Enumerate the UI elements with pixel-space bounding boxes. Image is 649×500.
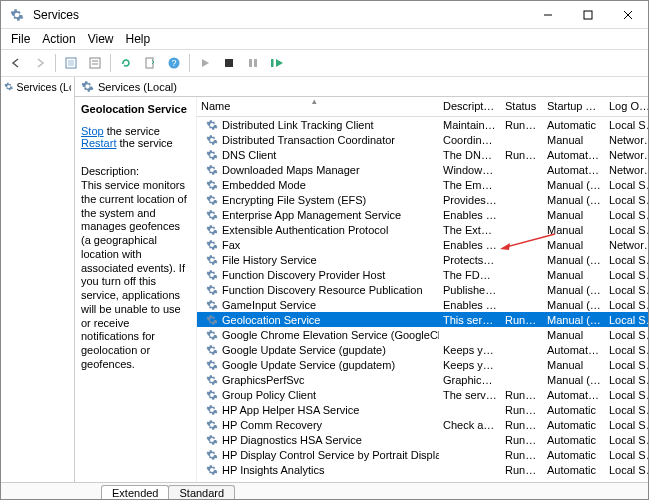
service-status: Running [501, 117, 543, 134]
list-header: Name Description Status Startup Type Log… [197, 97, 649, 117]
service-row[interactable]: HP Network HSA ServiceRunningAutomaticLo… [197, 477, 649, 479]
service-name: HP Network HSA Service [222, 479, 345, 480]
help-icon[interactable]: ? [163, 52, 185, 74]
window-title: Services [33, 8, 528, 22]
svg-rect-5 [68, 60, 74, 66]
service-status [501, 302, 543, 308]
col-desc[interactable]: Description [439, 97, 501, 116]
side-panel-desc: This service monitors the current locati… [81, 179, 190, 372]
service-startup: Automatic [543, 476, 605, 480]
service-desc [439, 467, 501, 473]
restart-icon[interactable] [266, 52, 288, 74]
export-icon[interactable] [139, 52, 161, 74]
service-status: Running [501, 146, 543, 164]
content: Services (Local) Services (Local) Geoloc… [1, 77, 648, 482]
svg-rect-12 [225, 59, 233, 67]
pause-icon[interactable] [242, 52, 264, 74]
col-name[interactable]: Name [197, 97, 439, 116]
side-panel: Geolocation Service Stop the service Res… [75, 97, 197, 482]
svg-rect-6 [90, 58, 100, 68]
service-status [501, 197, 543, 203]
toolbar-action-icon[interactable] [60, 52, 82, 74]
menu-file[interactable]: File [5, 30, 36, 48]
col-logon[interactable]: Log On As [605, 97, 649, 116]
service-status [501, 182, 543, 188]
refresh-icon[interactable] [115, 52, 137, 74]
stop-icon[interactable] [218, 52, 240, 74]
forward-button[interactable] [29, 52, 51, 74]
svg-rect-1 [584, 11, 592, 19]
svg-rect-15 [271, 59, 274, 67]
detail-header: Services (Local) [75, 77, 649, 97]
service-status [501, 137, 543, 143]
service-desc: Check and r... [439, 416, 501, 434]
tab-extended[interactable]: Extended [101, 485, 169, 500]
service-status [501, 347, 543, 353]
service-status [501, 257, 543, 263]
svg-text:?: ? [171, 58, 176, 68]
service-desc [439, 437, 501, 443]
service-status [501, 212, 543, 218]
services-window-icon [9, 7, 25, 23]
link-restart[interactable]: Restart the service [81, 137, 190, 149]
side-panel-heading: Geolocation Service [81, 103, 190, 115]
service-logon: Local Syste... [605, 476, 649, 480]
menu-help[interactable]: Help [120, 30, 157, 48]
tab-standard[interactable]: Standard [168, 485, 235, 500]
toolbar: ? [1, 49, 648, 77]
tree-root-label: Services (Local) [16, 81, 71, 93]
menu-view[interactable]: View [82, 30, 120, 48]
services-list: Name Description Status Startup Type Log… [197, 97, 649, 482]
service-desc [439, 452, 501, 458]
service-status [501, 287, 543, 293]
back-button[interactable] [5, 52, 27, 74]
link-stop[interactable]: Stop the service [81, 125, 190, 137]
list-body[interactable]: Distributed Link Tracking ClientMaintain… [197, 117, 649, 479]
col-startup[interactable]: Startup Type [543, 97, 605, 116]
service-desc: The service i... [439, 386, 501, 404]
menubar: File Action View Help [1, 29, 648, 49]
side-panel-desc-label: Description: [81, 165, 190, 177]
detail-header-label: Services (Local) [98, 81, 177, 93]
menu-action[interactable]: Action [36, 30, 81, 48]
close-button[interactable] [608, 1, 648, 29]
service-status: Running [501, 476, 543, 480]
service-status [501, 332, 543, 338]
service-desc [439, 332, 501, 338]
service-status [501, 242, 543, 248]
tree-panel: Services (Local) [1, 77, 75, 482]
svg-rect-13 [249, 59, 252, 67]
service-status [501, 362, 543, 368]
col-status[interactable]: Status [501, 97, 543, 116]
service-status [501, 272, 543, 278]
play-icon[interactable] [194, 52, 216, 74]
service-status: Running [501, 311, 543, 329]
sort-indicator-icon: ▴ [312, 97, 317, 106]
titlebar: Services [1, 1, 648, 29]
service-status [501, 227, 543, 233]
service-icon [205, 478, 219, 480]
service-desc [439, 407, 501, 413]
service-desc: This service ... [439, 311, 501, 329]
service-status [501, 167, 543, 173]
maximize-button[interactable] [568, 1, 608, 29]
tabstrip: Extended Standard [1, 482, 648, 500]
svg-rect-14 [254, 59, 257, 67]
properties-icon[interactable] [84, 52, 106, 74]
tree-root[interactable]: Services (Local) [3, 79, 72, 94]
svg-rect-9 [146, 58, 153, 68]
minimize-button[interactable] [528, 1, 568, 29]
service-status [501, 377, 543, 383]
